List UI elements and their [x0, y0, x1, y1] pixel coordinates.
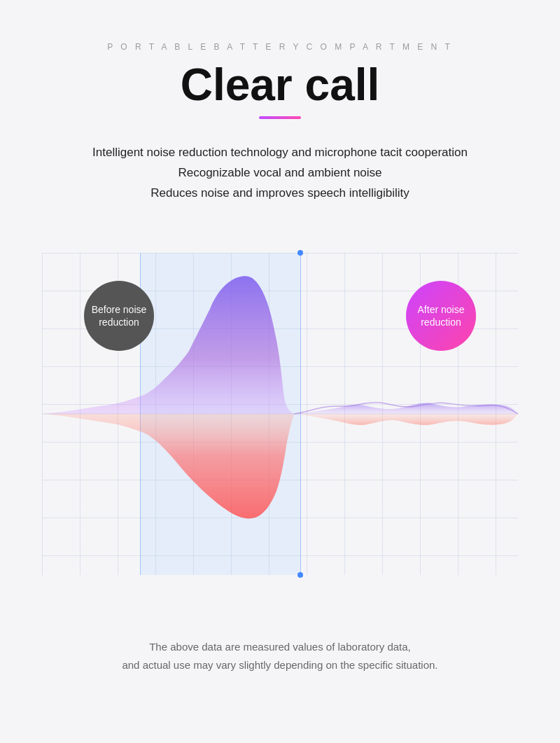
page-container: P O R T A B L E B A T T E R Y C O M P A …: [0, 0, 560, 743]
main-title: Clear call: [107, 60, 452, 109]
badge-before-label: Before noise reduction: [84, 303, 154, 328]
title-underline: [259, 116, 301, 119]
footer-note: The above data are measured values of la…: [80, 617, 479, 709]
subtitle-label: P O R T A B L E B A T T E R Y C O M P A …: [107, 42, 452, 52]
footer-line1: The above data are measured values of la…: [122, 638, 438, 656]
description-section: Intelligent noise reduction technology a…: [92, 143, 468, 204]
description-line2: Recognizable vocal and ambient noise: [92, 163, 468, 183]
description-line3: Reduces noise and improves speech intell…: [92, 183, 468, 204]
badge-after: After noise reduction: [406, 281, 476, 351]
footer-line2: and actual use may vary slightly dependi…: [122, 656, 438, 674]
chart-area: Before noise reduction After noise reduc…: [0, 225, 560, 617]
badge-after-label: After noise reduction: [406, 303, 476, 328]
description-line1: Intelligent noise reduction technology a…: [92, 143, 468, 163]
badge-before: Before noise reduction: [84, 281, 154, 351]
header-section: P O R T A B L E B A T T E R Y C O M P A …: [107, 0, 452, 143]
